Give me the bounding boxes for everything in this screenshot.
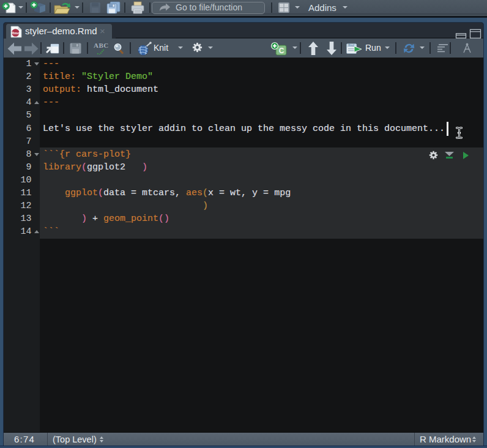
svg-text:Rmd: Rmd (11, 31, 20, 35)
svg-text:C: C (279, 47, 284, 55)
svg-text:Rmd: Rmd (348, 44, 354, 47)
